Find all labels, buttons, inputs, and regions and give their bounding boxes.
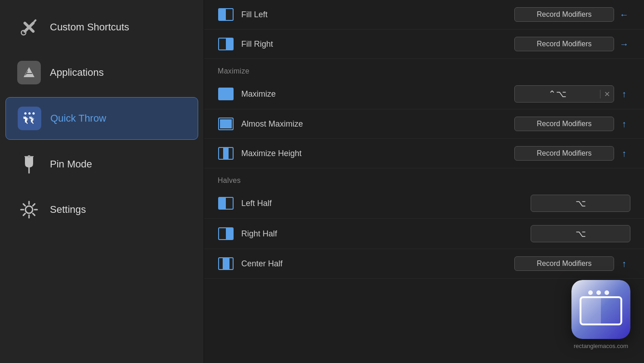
right-half-name: Right Half — [241, 229, 523, 239]
svg-point-7 — [33, 113, 35, 115]
watermark-site-text: rectanglemacos.com — [574, 343, 628, 349]
maximize-height-record-btn[interactable]: Record Modifiers — [514, 146, 614, 161]
svg-line-17 — [33, 213, 34, 215]
left-half-key-combo: ⌥ — [576, 198, 586, 209]
gear-icon — [16, 197, 42, 222]
sidebar: Custom Shortcuts Applications — [0, 0, 204, 363]
sidebar-item-custom-shortcuts-label: Custom Shortcuts — [50, 21, 129, 33]
maximize-icon — [218, 86, 234, 102]
svg-point-10 — [28, 155, 30, 158]
shortcut-row-almost-maximize: Almost Maximize Record Modifiers ↑ — [204, 109, 644, 139]
shortcut-row-maximize-height: Maximize Height Record Modifiers ↑ — [204, 139, 644, 168]
watermark-area: rectanglemacos.com — [571, 280, 630, 349]
svg-rect-25 — [581, 297, 601, 324]
sidebar-item-quick-throw[interactable]: Quick Throw — [5, 97, 198, 140]
almost-maximize-arrow[interactable]: ↑ — [618, 119, 630, 129]
fill-left-icon — [218, 6, 234, 23]
fill-left-arrow[interactable]: ← — [618, 10, 630, 20]
maximize-height-icon — [218, 145, 234, 162]
svg-point-23 — [605, 290, 609, 295]
shortcut-row-maximize: Maximize ⌃⌥ ✕ ↑ — [204, 79, 644, 109]
fill-left-keys: Record Modifiers ← — [514, 7, 630, 22]
svg-point-11 — [25, 206, 33, 213]
maximize-height-arrow[interactable]: ↑ — [618, 148, 630, 159]
shortcut-row-left-half: Left Half ⌥ — [204, 188, 644, 219]
fill-left-record-btn[interactable]: Record Modifiers — [514, 7, 614, 22]
center-half-keys: Record Modifiers ↑ — [514, 256, 630, 271]
almost-maximize-name: Almost Maximize — [241, 119, 507, 129]
sidebar-item-pin-mode-label: Pin Mode — [50, 158, 92, 170]
maximize-key-display: ⌃⌥ ✕ — [514, 85, 614, 103]
almost-maximize-icon — [218, 116, 234, 132]
svg-line-16 — [23, 204, 25, 206]
shortcut-row-right-half: Right Half ⌥ — [204, 219, 644, 249]
almost-maximize-keys: Record Modifiers ↑ — [514, 117, 630, 131]
left-half-keys: ⌥ — [531, 195, 630, 212]
fill-right-keys: Record Modifiers → — [514, 37, 630, 51]
svg-line-18 — [33, 204, 34, 206]
left-half-name: Left Half — [241, 199, 523, 208]
fill-right-arrow[interactable]: → — [618, 39, 630, 49]
center-half-name: Center Half — [241, 259, 507, 269]
wrench-screwdriver-icon — [16, 15, 42, 40]
shortcut-row-center-half: Center Half Record Modifiers ↑ — [204, 249, 644, 279]
sidebar-item-applications[interactable]: Applications — [5, 52, 198, 93]
svg-point-6 — [29, 113, 31, 115]
center-half-icon — [218, 255, 234, 272]
section-header-halves: Halves — [204, 168, 644, 188]
pin-icon — [16, 152, 42, 177]
section-header-maximize: Maximize — [204, 59, 644, 79]
sidebar-item-custom-shortcuts[interactable]: Custom Shortcuts — [5, 6, 198, 48]
fill-right-name: Fill Right — [241, 39, 507, 49]
right-half-icon — [218, 226, 234, 242]
right-half-key-display: ⌥ — [531, 225, 630, 242]
maximize-height-keys: Record Modifiers ↑ — [514, 146, 630, 161]
maximize-name: Maximize — [241, 89, 507, 99]
svg-point-22 — [596, 290, 601, 295]
almost-maximize-record-btn[interactable]: Record Modifiers — [514, 117, 614, 131]
maximize-key-combo: ⌃⌥ — [548, 88, 566, 99]
sidebar-item-quick-throw-label: Quick Throw — [50, 113, 106, 124]
left-half-icon — [218, 195, 234, 211]
center-half-arrow[interactable]: ↑ — [618, 259, 630, 269]
sidebar-item-settings-label: Settings — [50, 204, 86, 216]
sidebar-item-applications-label: Applications — [50, 67, 104, 78]
maximize-keys: ⌃⌥ ✕ ↑ — [514, 85, 630, 103]
svg-point-5 — [24, 113, 27, 115]
right-half-keys: ⌥ — [531, 225, 630, 242]
center-half-record-btn[interactable]: Record Modifiers — [514, 256, 614, 271]
fill-right-icon — [218, 36, 234, 52]
sidebar-item-pin-mode[interactable]: Pin Mode — [5, 143, 198, 185]
right-half-key-combo: ⌥ — [576, 228, 586, 239]
fill-left-name: Fill Left — [241, 10, 507, 20]
left-half-key-display: ⌥ — [531, 195, 630, 212]
maximize-height-name: Maximize Height — [241, 149, 507, 158]
maximize-arrow[interactable]: ↑ — [618, 89, 630, 99]
svg-point-21 — [588, 290, 593, 295]
app-store-icon — [16, 60, 42, 85]
shortcut-row-fill-left: Fill Left Record Modifiers ← — [204, 0, 644, 29]
maximize-clear-btn[interactable]: ✕ — [600, 90, 614, 98]
fill-right-record-btn[interactable]: Record Modifiers — [514, 37, 614, 51]
sidebar-item-settings[interactable]: Settings — [5, 189, 198, 231]
shortcut-row-fill-right: Fill Right Record Modifiers → — [204, 29, 644, 59]
svg-line-19 — [23, 213, 25, 215]
app-logo — [571, 280, 630, 339]
quick-throw-icon — [17, 106, 42, 131]
